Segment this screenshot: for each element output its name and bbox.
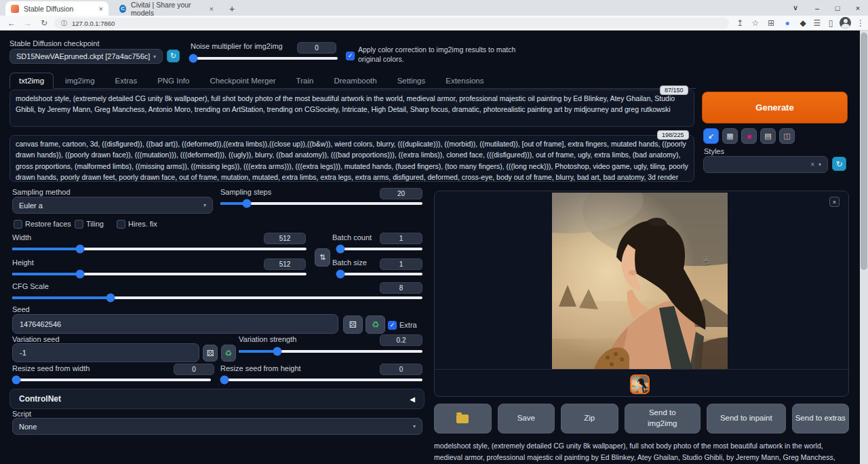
tab-extras[interactable]: Extras <box>106 73 146 88</box>
tab-dreambooth[interactable]: Dreambooth <box>325 73 385 88</box>
variation-strength-value[interactable]: 0.2 <box>380 334 422 346</box>
variation-strength-slider[interactable] <box>239 350 422 353</box>
extra-seed-checkbox[interactable]: ✓ <box>388 321 397 330</box>
resize-seed-width-value[interactable]: 0 <box>174 364 214 375</box>
height-label: Height <box>12 258 34 267</box>
batch-size-slider[interactable] <box>338 273 422 275</box>
width-value[interactable]: 512 <box>264 233 306 244</box>
resize-seed-width-slider[interactable] <box>12 379 211 381</box>
batch-count-value[interactable]: 1 <box>380 233 422 244</box>
bookmark-star-icon[interactable]: ☆ <box>749 17 762 29</box>
tab-txt2img[interactable]: txt2img <box>9 73 54 89</box>
profile-avatar[interactable] <box>840 17 851 28</box>
resize-seed-height-value[interactable]: 0 <box>380 364 422 375</box>
sampling-steps-slider[interactable] <box>220 202 422 205</box>
styles-dropdown[interactable]: × ▾ <box>703 156 828 173</box>
negative-prompt-input[interactable]: canvas frame, cartoon, 3d, ((disfigured)… <box>9 135 694 182</box>
controlnet-accordion[interactable]: ControlNet ◀ <box>9 389 425 409</box>
window-chevron-icon[interactable]: ∨ <box>785 0 806 16</box>
back-icon[interactable]: ← <box>5 17 18 29</box>
noise-multiplier-value[interactable]: 0 <box>297 42 336 54</box>
tab-checkpoint-merger[interactable]: Checkpoint Merger <box>201 73 284 88</box>
sampling-method-dropdown[interactable]: Euler a ▾ <box>12 197 213 214</box>
hires-fix-checkbox[interactable] <box>117 220 125 229</box>
address-bar[interactable]: ⓘ 127.0.0.1:7860 <box>54 18 729 28</box>
sampling-method-value: Euler a <box>19 201 43 210</box>
extensions-puzzle-icon[interactable]: ◆ <box>797 17 809 29</box>
resize-seed-height-slider[interactable] <box>220 379 422 381</box>
new-tab-button[interactable]: + <box>226 3 238 15</box>
height-value[interactable]: 512 <box>264 258 306 270</box>
page-scrollbar-thumb[interactable] <box>861 33 867 270</box>
height-slider[interactable] <box>12 273 307 275</box>
apply-style-button[interactable]: ▤ <box>760 128 776 144</box>
noise-multiplier-label: Noise multiplier for img2img <box>191 42 283 50</box>
tiling-checkbox[interactable] <box>75 220 83 229</box>
sampling-method-label: Sampling method <box>12 188 71 196</box>
reload-icon[interactable]: ↻ <box>38 17 50 29</box>
send-to-extras-button[interactable]: Send to extras <box>792 404 850 433</box>
tab-extensions[interactable]: Extensions <box>437 73 492 88</box>
tab-settings[interactable]: Settings <box>389 73 435 88</box>
reuse-seed-recycle-button[interactable]: ♻ <box>366 315 385 334</box>
batch-size-value[interactable]: 1 <box>380 258 422 270</box>
save-button[interactable]: Save <box>498 404 555 433</box>
extension-dot-icon[interactable]: ● <box>781 17 793 29</box>
tab-train[interactable]: Train <box>288 73 323 88</box>
restore-faces-checkbox[interactable] <box>14 220 22 229</box>
browser-tab-title: Civitai | Share your models <box>131 1 202 17</box>
gallery-thumbnail-selected[interactable] <box>630 374 650 394</box>
forward-icon[interactable]: → <box>22 17 34 29</box>
prompt-input[interactable]: modelshoot style, (extremely detailed CG… <box>9 90 694 127</box>
tab-close-icon[interactable]: × <box>92 5 103 13</box>
browser-menu-icon[interactable]: ⋮ <box>854 17 867 29</box>
width-slider[interactable] <box>12 248 307 250</box>
browser-tab-civitai[interactable]: C Civitai | Share your models × <box>114 1 219 16</box>
open-folder-button[interactable] <box>434 404 492 433</box>
noise-multiplier-slider[interactable] <box>191 57 338 60</box>
batch-count-slider[interactable] <box>338 248 422 250</box>
stable-diffusion-favicon <box>11 5 19 13</box>
sampling-steps-value[interactable]: 20 <box>380 188 422 199</box>
cfg-scale-value[interactable]: 8 <box>380 282 422 294</box>
send-to-img2img-button[interactable]: Send to img2img <box>625 404 701 433</box>
styles-refresh-button[interactable]: ↻ <box>832 157 846 171</box>
screen: Stable Diffusion × C Civitai | Share you… <box>0 0 868 464</box>
variation-seed-input[interactable]: -1 <box>12 343 199 362</box>
browser-tab-stable-diffusion[interactable]: Stable Diffusion × <box>5 1 108 16</box>
window-minimize-button[interactable]: – <box>807 0 827 16</box>
clear-prompt-button[interactable]: ▦ <box>722 128 738 144</box>
tab-png-info[interactable]: PNG Info <box>149 73 198 88</box>
send-to-inpaint-button[interactable]: Send to inpaint <box>707 404 786 433</box>
extension-grid-icon[interactable]: ⊞ <box>765 17 777 29</box>
site-info-icon[interactable]: ⓘ <box>61 19 67 28</box>
swap-dimensions-button[interactable]: ⇅ <box>315 248 330 267</box>
random-seed-dice-button[interactable]: ⚄ <box>343 315 363 334</box>
close-image-icon[interactable]: × <box>829 197 840 207</box>
window-restore-button[interactable]: □ <box>827 0 848 16</box>
variation-seed-recycle-button[interactable]: ♻ <box>221 345 236 362</box>
share-icon[interactable]: ↥ <box>734 17 746 29</box>
tab-img2img[interactable]: img2img <box>56 73 103 88</box>
tab-close-icon[interactable]: × <box>203 5 214 13</box>
zip-button[interactable]: Zip <box>561 404 618 433</box>
checkpoint-dropdown[interactable]: SD15NewVAEpruned.ckpt [27a4ac756c] ▾ <box>9 49 163 64</box>
script-value: None <box>19 423 37 431</box>
cfg-scale-slider[interactable] <box>12 296 422 299</box>
checkpoint-refresh-button[interactable]: ↻ <box>167 50 180 62</box>
color-correction-checkbox[interactable]: ✓ <box>346 52 355 60</box>
extra-networks-button[interactable]: ■ <box>741 128 757 144</box>
script-dropdown[interactable]: None ▾ <box>12 418 422 435</box>
save-style-button[interactable]: ◫ <box>779 128 795 144</box>
width-label: Width <box>12 233 31 241</box>
clear-styles-icon[interactable]: × <box>810 161 814 168</box>
variation-seed-dice-button[interactable]: ⚄ <box>203 345 218 362</box>
window-close-button[interactable]: × <box>848 0 868 16</box>
seed-input[interactable]: 1476462546 <box>12 314 338 334</box>
sidebar-icon[interactable]: ▯ <box>825 17 837 29</box>
prompt-token-counter: 87/150 <box>660 85 688 95</box>
reading-list-icon[interactable]: ☰ <box>811 17 823 29</box>
generate-button[interactable]: Generate <box>702 92 848 123</box>
paste-params-button[interactable]: ↙ <box>703 128 719 144</box>
generated-image[interactable] <box>552 193 728 369</box>
